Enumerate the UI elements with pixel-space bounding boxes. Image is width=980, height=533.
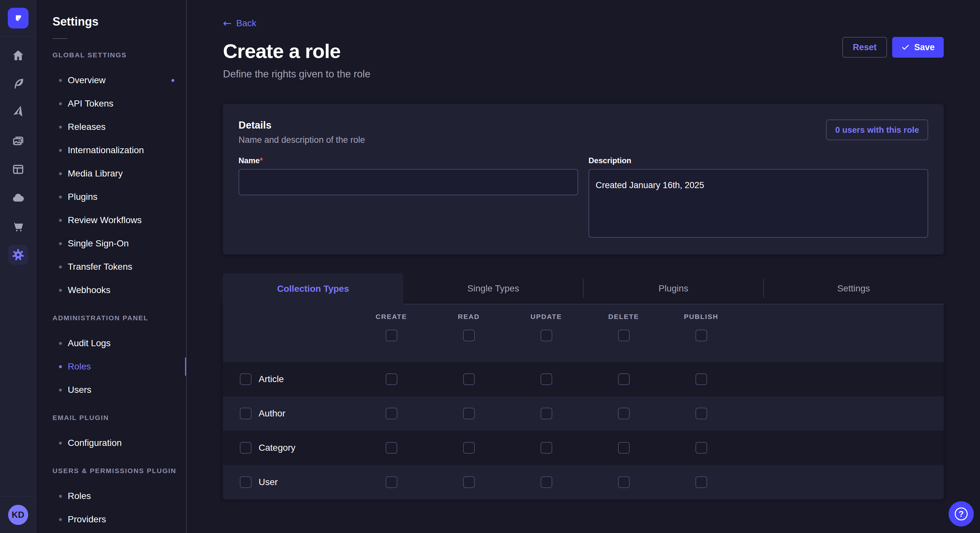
select-all-delete-checkbox[interactable]: [618, 330, 630, 341]
name-field-group: Name*: [239, 156, 578, 239]
page-title: Create a role: [223, 40, 944, 62]
nav-marketplace[interactable]: [0, 212, 36, 241]
subnav-item-overview[interactable]: Overview: [36, 69, 186, 92]
subnav-item-api-tokens[interactable]: API Tokens: [36, 92, 186, 115]
subnav-item-label: Audit Logs: [68, 338, 110, 348]
nav-content-type-builder[interactable]: [0, 155, 36, 184]
select-all-publish-checkbox[interactable]: [695, 330, 707, 341]
subnav-item-review-workflows[interactable]: Review Workflows: [36, 209, 186, 232]
bullet-icon: [59, 518, 62, 521]
user-update-checkbox[interactable]: [541, 476, 552, 488]
layout-icon: [11, 163, 25, 176]
subnav-item-providers[interactable]: Providers: [36, 508, 186, 531]
save-button[interactable]: Save: [892, 37, 944, 58]
column-create: CREATE: [353, 313, 430, 362]
reset-button[interactable]: Reset: [842, 37, 887, 58]
author-delete-checkbox[interactable]: [618, 408, 630, 419]
category-create-checkbox[interactable]: [386, 442, 397, 454]
author-publish-checkbox[interactable]: [695, 408, 707, 419]
select-all-read-checkbox[interactable]: [463, 330, 475, 341]
subnav-item-configuration[interactable]: Configuration: [36, 431, 186, 455]
article-row-checkbox[interactable]: [240, 373, 251, 385]
category-read-checkbox[interactable]: [463, 442, 475, 454]
tab-collection-types[interactable]: Collection Types: [223, 273, 403, 305]
bullet-icon: [59, 149, 62, 152]
author-row-checkbox[interactable]: [240, 408, 251, 419]
section-heading-global-settings: GLOBAL SETTINGS: [36, 43, 186, 67]
column-update: UPDATE: [508, 313, 585, 362]
name-input[interactable]: [239, 169, 578, 195]
question-mark-icon: ?: [955, 508, 968, 520]
category-update-checkbox[interactable]: [541, 442, 552, 454]
user-create-checkbox[interactable]: [386, 476, 397, 488]
column-label: CREATE: [375, 313, 407, 320]
main-content: ← Back Create a role Define the rights g…: [187, 0, 980, 533]
subnav-item-label: Users: [68, 385, 91, 395]
back-link[interactable]: ← Back: [223, 18, 256, 29]
author-create-checkbox[interactable]: [386, 408, 397, 419]
author-update-checkbox[interactable]: [541, 408, 552, 419]
gear-icon: [11, 248, 25, 262]
subnav-item-audit-logs[interactable]: Audit Logs: [36, 332, 186, 355]
bullet-icon: [59, 495, 62, 498]
subnav-item-plugins[interactable]: Plugins: [36, 185, 186, 209]
user-delete-checkbox[interactable]: [618, 476, 630, 488]
save-label: Save: [914, 43, 935, 52]
subnav-item-label: Internationalization: [68, 145, 144, 155]
tab-single-types[interactable]: Single Types: [403, 273, 583, 305]
select-all-create-checkbox[interactable]: [386, 330, 397, 341]
nav-media-library[interactable]: [0, 127, 36, 155]
users-with-role-button[interactable]: 0 users with this role: [826, 119, 928, 140]
subnav-item-single-sign-on[interactable]: Single Sign-On: [36, 232, 186, 255]
strapi-logo-icon: [12, 12, 24, 24]
subnav-item-label: API Tokens: [68, 98, 113, 109]
cart-icon: [11, 219, 25, 233]
category-row-checkbox[interactable]: [240, 442, 251, 454]
user-avatar[interactable]: KD: [8, 505, 28, 525]
category-delete-checkbox[interactable]: [618, 442, 630, 454]
user-publish-checkbox[interactable]: [695, 476, 707, 488]
article-update-checkbox[interactable]: [541, 373, 552, 385]
section-heading-administration-panel: ADMINISTRATION PANEL: [36, 306, 186, 330]
subnav-item-media-library[interactable]: Media Library: [36, 162, 186, 185]
nav-releases[interactable]: [0, 98, 36, 127]
strapi-logo[interactable]: [8, 8, 29, 29]
tab-plugins[interactable]: Plugins: [583, 273, 764, 305]
subnav-item-releases[interactable]: Releases: [36, 115, 186, 139]
article-publish-checkbox[interactable]: [695, 373, 707, 385]
description-textarea[interactable]: Created January 16th, 2025: [589, 169, 928, 238]
nav-deploy[interactable]: [0, 184, 36, 212]
row-label: Article: [259, 374, 284, 384]
tab-settings[interactable]: Settings: [764, 273, 944, 305]
nav-home[interactable]: [0, 41, 36, 70]
subnav-item-roles-up[interactable]: Roles: [36, 484, 186, 508]
subnav-item-webhooks[interactable]: Webhooks: [36, 279, 186, 302]
bullet-icon: [59, 265, 62, 268]
help-button[interactable]: ?: [948, 501, 974, 527]
select-all-update-checkbox[interactable]: [541, 330, 552, 341]
subnav-item-internationalization[interactable]: Internationalization: [36, 139, 186, 162]
category-publish-checkbox[interactable]: [695, 442, 707, 454]
subnav-item-label: Plugins: [68, 192, 97, 202]
subnav-item-transfer-tokens[interactable]: Transfer Tokens: [36, 255, 186, 279]
rail-bottom-divider: [0, 497, 36, 497]
author-read-checkbox[interactable]: [463, 408, 475, 419]
subnav-item-users[interactable]: Users: [36, 378, 186, 401]
subnav-item-label: Overview: [68, 75, 106, 86]
article-delete-checkbox[interactable]: [618, 373, 630, 385]
user-row-checkbox[interactable]: [240, 476, 251, 488]
nav-content-manager[interactable]: [0, 70, 36, 98]
user-read-checkbox[interactable]: [463, 476, 475, 488]
bullet-icon: [59, 242, 62, 245]
article-read-checkbox[interactable]: [463, 373, 475, 385]
table-row-category: Category: [223, 431, 944, 465]
bullet-icon: [59, 219, 62, 222]
subnav-item-roles-admin[interactable]: Roles: [36, 355, 186, 378]
table-row-article: Article: [223, 362, 944, 397]
name-label: Name*: [239, 156, 578, 165]
nav-settings[interactable]: [0, 241, 36, 269]
cloud-icon: [11, 191, 25, 205]
subnav-item-label: Providers: [68, 514, 106, 525]
table-row-user: User: [223, 465, 944, 499]
article-create-checkbox[interactable]: [386, 373, 397, 385]
